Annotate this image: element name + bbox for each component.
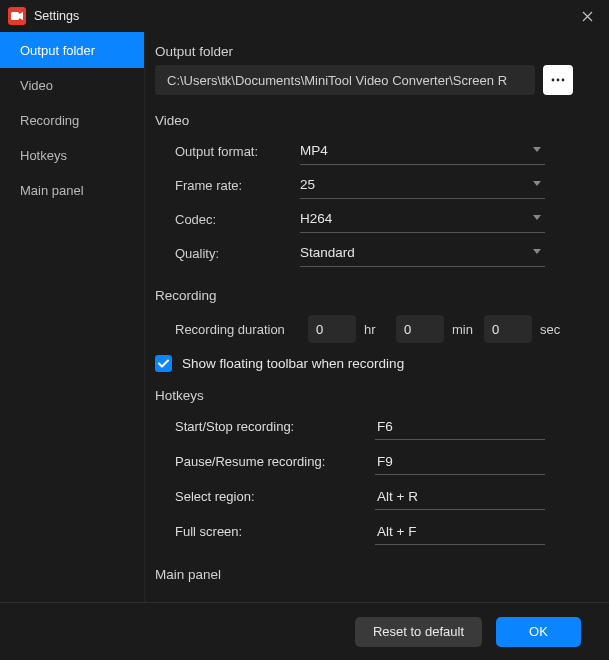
svg-rect-0 [11,12,19,20]
output-format-label: Output format: [175,144,300,159]
codec-label: Codec: [175,212,300,227]
pause-recording-label: Pause/Resume recording: [175,454,375,469]
row-output-format: Output format: MP4 [175,134,581,168]
full-screen-hotkey[interactable] [375,519,545,545]
row-quality: Quality: Standard [175,236,581,270]
section-title-recording: Recording [155,288,581,303]
close-button[interactable] [571,0,603,32]
show-toolbar-row: Show floating toolbar when recording [155,355,581,372]
duration-hr-input[interactable] [308,315,356,343]
min-unit: min [452,322,476,337]
row-framerate: Frame rate: 25 [175,168,581,202]
select-region-label: Select region: [175,489,375,504]
framerate-select[interactable]: 25 [300,171,545,199]
codec-select[interactable]: H264 [300,205,545,233]
pause-recording-hotkey[interactable] [375,449,545,475]
output-folder-input[interactable] [155,65,535,95]
sidebar-item-main-panel[interactable]: Main panel [0,173,144,208]
start-recording-label: Start/Stop recording: [175,419,375,434]
duration-sec-input[interactable] [484,315,532,343]
sidebar-item-video[interactable]: Video [0,68,144,103]
full-screen-label: Full screen: [175,524,375,539]
output-format-value: MP4 [300,143,328,158]
row-codec: Codec: H264 [175,202,581,236]
content: Output folder Video Output format: MP4 F… [145,32,609,602]
quality-label: Quality: [175,246,300,261]
section-title-video: Video [155,113,581,128]
close-icon [582,11,593,22]
row-start-recording: Start/Stop recording: [175,409,581,444]
section-title-main-panel: Main panel [155,567,581,582]
sidebar-item-output-folder[interactable]: Output folder [0,32,144,68]
svg-point-2 [557,79,560,82]
show-toolbar-label: Show floating toolbar when recording [182,356,404,371]
settings-window: Settings Output folder Video Recording H… [0,0,609,660]
recording-duration-label: Recording duration [175,322,300,337]
sidebar-item-label: Video [20,78,53,93]
duration-min-input[interactable] [396,315,444,343]
row-full-screen: Full screen: [175,514,581,549]
app-icon [8,7,26,25]
chevron-down-icon [533,147,541,152]
titlebar: Settings [0,0,609,32]
sec-unit: sec [540,322,564,337]
chevron-down-icon [533,215,541,220]
select-region-hotkey[interactable] [375,484,545,510]
window-title: Settings [34,9,571,23]
sidebar-item-hotkeys[interactable]: Hotkeys [0,138,144,173]
sidebar-item-label: Output folder [20,43,95,58]
start-recording-hotkey[interactable] [375,414,545,440]
ellipsis-icon [551,77,565,83]
framerate-value: 25 [300,177,315,192]
sidebar-item-label: Main panel [20,183,84,198]
show-toolbar-checkbox[interactable] [155,355,172,372]
chevron-down-icon [533,181,541,186]
row-pause-recording: Pause/Resume recording: [175,444,581,479]
sidebar: Output folder Video Recording Hotkeys Ma… [0,32,145,602]
browse-button[interactable] [543,65,573,95]
output-format-select[interactable]: MP4 [300,137,545,165]
check-icon [158,359,169,368]
output-folder-row [155,65,581,95]
codec-value: H264 [300,211,332,226]
framerate-label: Frame rate: [175,178,300,193]
chevron-down-icon [533,249,541,254]
row-select-region: Select region: [175,479,581,514]
sidebar-item-label: Hotkeys [20,148,67,163]
svg-point-1 [552,79,555,82]
svg-point-3 [562,79,565,82]
recording-duration-row: Recording duration hr min sec [175,309,581,349]
footer: Reset to default OK [0,602,609,660]
section-title-hotkeys: Hotkeys [155,388,581,403]
ok-button[interactable]: OK [496,617,581,647]
section-title-output-folder: Output folder [155,44,581,59]
body: Output folder Video Recording Hotkeys Ma… [0,32,609,602]
sidebar-item-recording[interactable]: Recording [0,103,144,138]
reset-button[interactable]: Reset to default [355,617,482,647]
quality-select[interactable]: Standard [300,239,545,267]
quality-value: Standard [300,245,355,260]
hr-unit: hr [364,322,388,337]
sidebar-item-label: Recording [20,113,79,128]
